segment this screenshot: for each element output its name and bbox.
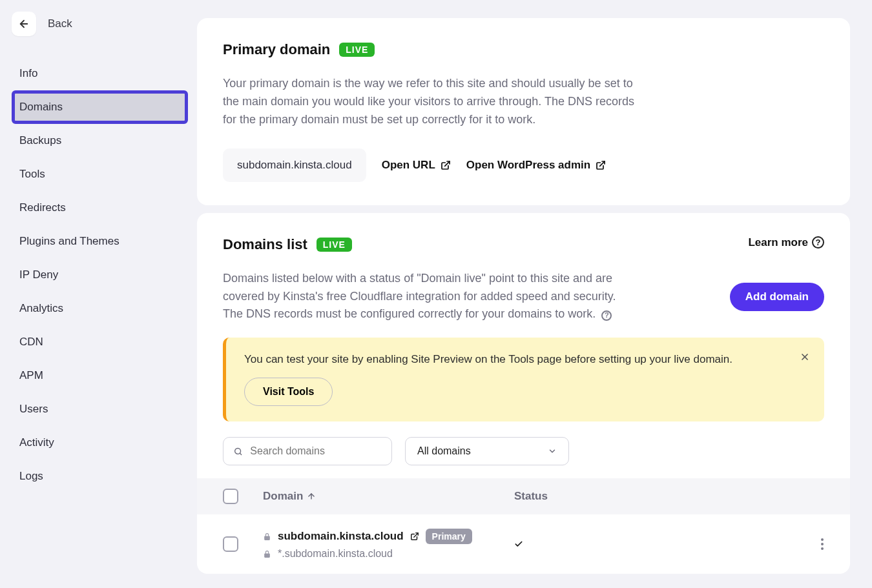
column-status[interactable]: Status — [514, 490, 798, 503]
more-vertical-icon — [820, 538, 824, 551]
sidebar-item-tools[interactable]: Tools — [12, 157, 188, 191]
sidebar-item-domains[interactable]: Domains — [12, 90, 188, 124]
search-icon — [234, 447, 242, 456]
lock-icon — [263, 532, 271, 541]
site-preview-notice: You can test your site by enabling Site … — [223, 338, 824, 421]
close-icon[interactable] — [800, 352, 810, 362]
sidebar-item-backups[interactable]: Backups — [12, 124, 188, 157]
live-badge: LIVE — [339, 43, 375, 57]
learn-more-label: Learn more — [748, 236, 808, 249]
wildcard-domain: *.subdomain.kinsta.cloud — [278, 548, 393, 560]
sidebar-item-cdn[interactable]: CDN — [12, 325, 188, 359]
visit-tools-button[interactable]: Visit Tools — [244, 378, 333, 406]
row-actions-menu[interactable] — [820, 538, 824, 551]
search-domains-input[interactable] — [250, 445, 381, 457]
add-domain-button[interactable]: Add domain — [730, 283, 824, 311]
arrow-left-icon — [18, 18, 30, 30]
domain-name: subdomain.kinsta.cloud — [278, 530, 404, 543]
domains-list-card: Domains list LIVE Learn more ? Domains l… — [197, 213, 850, 574]
sort-ascending-icon — [307, 492, 316, 501]
primary-domain-value: subdomain.kinsta.cloud — [223, 148, 366, 182]
column-domain-label: Domain — [263, 490, 303, 503]
sidebar-item-analytics[interactable]: Analytics — [12, 292, 188, 325]
domains-list-description: Domains listed below with a status of "D… — [223, 272, 616, 321]
back-button[interactable] — [12, 12, 36, 36]
sidebar-item-info[interactable]: Info — [12, 57, 188, 90]
open-wp-admin-label: Open WordPress admin — [466, 159, 590, 172]
select-all-checkbox[interactable] — [223, 489, 238, 504]
notice-text: You can test your site by enabling Site … — [244, 353, 806, 366]
row-checkbox[interactable] — [223, 536, 238, 552]
external-link-icon — [596, 160, 606, 170]
domains-table: Domain Status subdomain.kinsta.cloud Pri… — [197, 478, 850, 574]
primary-domain-title: Primary domain — [223, 41, 330, 58]
open-url-button[interactable]: Open URL — [382, 159, 451, 172]
svg-line-8 — [413, 533, 417, 537]
open-url-label: Open URL — [382, 159, 435, 172]
external-link-icon — [441, 160, 451, 170]
external-link-icon[interactable] — [410, 532, 419, 541]
info-icon[interactable]: ? — [601, 310, 612, 321]
sidebar-item-users[interactable]: Users — [12, 392, 188, 426]
open-wp-admin-button[interactable]: Open WordPress admin — [466, 159, 606, 172]
domain-filter-value: All domains — [417, 445, 471, 457]
primary-domain-description: Your primary domain is the way we refer … — [223, 75, 636, 129]
svg-point-11 — [821, 547, 824, 550]
back-label: Back — [48, 17, 72, 30]
sidebar-item-redirects[interactable]: Redirects — [12, 191, 188, 225]
domain-filter-select[interactable]: All domains — [405, 437, 569, 465]
column-domain[interactable]: Domain — [263, 490, 514, 503]
svg-line-1 — [444, 161, 449, 166]
svg-line-6 — [240, 453, 241, 454]
table-header: Domain Status — [197, 478, 850, 514]
help-icon: ? — [812, 236, 824, 248]
live-badge: LIVE — [317, 238, 352, 252]
sidebar-item-ip-deny[interactable]: IP Deny — [12, 258, 188, 292]
sidebar-item-plugins-themes[interactable]: Plugins and Themes — [12, 225, 188, 258]
search-domains-wrap[interactable] — [223, 437, 392, 465]
sidebar-item-apm[interactable]: APM — [12, 359, 188, 392]
domains-list-title: Domains list — [223, 236, 307, 253]
sidebar-item-activity[interactable]: Activity — [12, 426, 188, 460]
sidebar: Back Info Domains Backups Tools Redirect… — [0, 0, 197, 588]
chevron-down-icon — [548, 447, 557, 456]
primary-badge: Primary — [426, 529, 472, 544]
main-content: Primary domain LIVE Your primary domain … — [197, 0, 872, 588]
learn-more-button[interactable]: Learn more ? — [748, 236, 824, 249]
table-row: subdomain.kinsta.cloud Primary *.subdoma… — [197, 514, 850, 574]
sidebar-item-logs[interactable]: Logs — [12, 460, 188, 493]
checkmark-icon — [514, 540, 523, 549]
lock-icon — [263, 550, 271, 558]
svg-point-9 — [821, 538, 824, 541]
svg-point-10 — [821, 543, 824, 545]
primary-domain-card: Primary domain LIVE Your primary domain … — [197, 18, 850, 205]
svg-line-2 — [600, 161, 605, 166]
